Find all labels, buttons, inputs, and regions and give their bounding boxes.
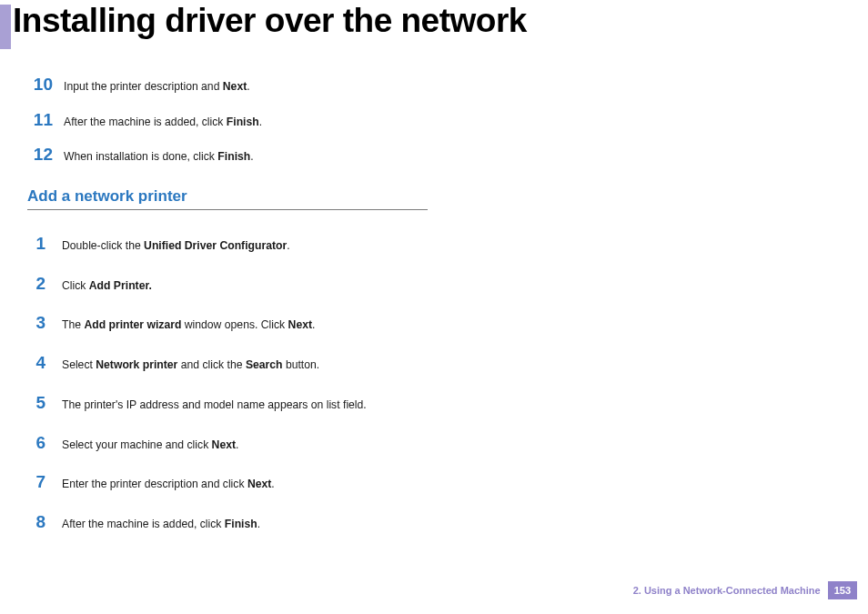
step-row: 3The Add printer wizard window opens. Cl… [27, 313, 646, 334]
step-text: When installation is done, click Finish. [64, 146, 254, 166]
step-row: 11After the machine is added, click Fini… [27, 110, 646, 131]
step-row: 12When installation is done, click Finis… [27, 145, 646, 166]
step-number: 7 [33, 472, 45, 492]
step-row: 4Select Network printer and click the Se… [27, 353, 646, 374]
section-rule [27, 209, 428, 210]
step-number: 8 [33, 512, 45, 532]
section-heading: Add a network printer [27, 187, 646, 206]
footer-chapter: 2. Using a Network-Connected Machine [633, 585, 821, 596]
step-row: 1Double-click the Unified Driver Configu… [27, 234, 646, 255]
step-row: 5The printer's IP address and model name… [27, 393, 646, 414]
step-number: 10 [27, 75, 53, 95]
lower-steps-list: 1Double-click the Unified Driver Configu… [27, 234, 646, 533]
step-text: Select your machine and click Next. [62, 435, 238, 454]
step-number: 11 [27, 110, 53, 130]
step-text: Select Network printer and click the Sea… [62, 355, 319, 374]
step-row: 8After the machine is added, click Finis… [27, 512, 646, 533]
top-steps-list: 10Input the printer description and Next… [27, 75, 646, 166]
step-number: 4 [33, 353, 45, 373]
step-text: Double-click the Unified Driver Configur… [62, 236, 290, 255]
step-number: 2 [33, 274, 45, 294]
step-row: 7Enter the printer description and click… [27, 472, 646, 493]
step-row: 2Click Add Printer. [27, 274, 646, 295]
step-row: 10Input the printer description and Next… [27, 75, 646, 96]
content-area: 10Input the printer description and Next… [27, 75, 646, 552]
step-text: The Add printer wizard window opens. Cli… [62, 315, 315, 334]
step-number: 6 [33, 433, 45, 453]
step-row: 6Select your machine and click Next. [27, 433, 646, 454]
step-text: After the machine is added, click Finish… [64, 112, 262, 131]
page-footer: 2. Using a Network-Connected Machine 153 [633, 581, 857, 599]
step-text: The printer's IP address and model name … [62, 395, 367, 414]
page-title: Installing driver over the network [13, 2, 527, 40]
title-accent-bar [0, 5, 11, 49]
step-text: Enter the printer description and click … [62, 474, 275, 493]
step-text: After the machine is added, click Finish… [62, 514, 260, 533]
step-number: 12 [27, 145, 53, 165]
step-number: 1 [33, 234, 45, 254]
footer-page-number: 153 [828, 581, 857, 599]
step-text: Click Add Printer. [62, 276, 152, 295]
step-text: Input the printer description and Next. [64, 76, 250, 96]
step-number: 3 [33, 313, 45, 333]
step-number: 5 [33, 393, 45, 413]
